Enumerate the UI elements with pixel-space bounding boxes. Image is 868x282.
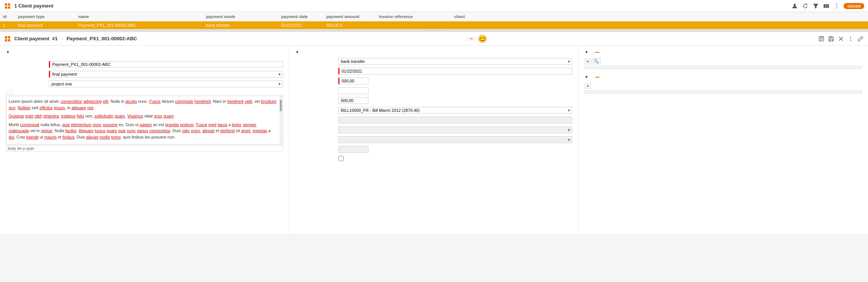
payment-date-input[interactable] [338,68,573,75]
treatment-arrow: ▼ [295,50,299,54]
payment-credit-input[interactable] [338,97,368,104]
svg-point-22 [850,40,851,41]
detail-header-right [818,35,864,43]
name-input[interactable] [49,61,283,68]
client-select[interactable] [338,127,573,133]
col-name: name [75,14,203,20]
save-new-icon[interactable] [818,35,825,43]
svg-rect-19 [830,39,833,41]
col-invoice-reference: invoice reference [376,14,451,20]
payment-date-row [295,68,573,75]
description-panel-header[interactable]: ▼ [6,50,283,54]
svg-point-21 [850,38,851,39]
description-tab[interactable] [6,91,13,95]
project-wrap: project one ▼ [49,81,283,87]
detail-header: Client payment #1 - Payment_PX1_001-0000… [0,32,868,46]
notes-add-btn[interactable]: + [585,83,591,89]
description-editor[interactable]: Lorem ipsum dolor sit amet, consectetur … [6,96,283,145]
col-payment-date: payment date [278,14,323,20]
recipient-select[interactable] [338,136,573,143]
col-payment-mode: payment mode [203,14,278,20]
invoice-amount-wrap [338,146,573,153]
calendar-date-top [470,38,473,39]
top-bar-left: 1 Client payment [4,2,53,10]
payment-credit-wrap [338,97,573,104]
client-row: ▼ [295,127,573,133]
invoice-row: BILL10000_FR - Bill March 2012 (2870.40)… [295,107,573,114]
page-title: 1 Client payment [14,3,53,9]
payment-fee-wrap [338,87,573,94]
payment-mode-row: bank transfer ▼ [295,58,573,65]
top-bar-right: closed [791,2,864,10]
payment-type-wrap: final payment ▼ [49,71,283,78]
columns-icon[interactable] [823,2,830,10]
project-select[interactable]: project one [49,81,283,87]
more-icon[interactable] [833,2,841,10]
invoice-reference-input[interactable] [338,117,573,123]
svg-rect-14 [5,39,7,41]
svg-rect-13 [8,36,10,38]
recipient-row: ▼ [295,136,573,143]
attach-col-id [585,66,723,69]
svg-point-20 [850,36,851,37]
right-panel: ▼ + 🔍 ▼ [579,46,868,234]
invoice-amount-input[interactable] [338,146,368,153]
svg-rect-12 [5,36,7,38]
save-icon[interactable] [827,35,835,43]
row-invoice-reference [376,21,451,29]
svg-rect-3 [8,6,10,9]
detail-area: Client payment #1 - Payment_PX1_001-0000… [0,31,868,234]
notes-panel-header[interactable]: ▼ [585,75,862,79]
svg-rect-18 [830,37,832,38]
filter-icon[interactable] [812,2,820,10]
payment-amount-row [295,78,573,84]
detail-app-icon [4,35,11,43]
svg-rect-6 [824,4,825,8]
closed-checkbox[interactable] [338,156,344,161]
editor-scrollbar[interactable] [280,96,282,144]
top-bar: 1 Client payment closed [0,0,868,12]
payment-date-wrap [338,68,573,75]
payment-fee-row [295,87,573,94]
edit-icon[interactable] [857,35,864,43]
recipient-wrap: ▼ [338,136,573,143]
row-name: Payment_PX1_001-00002-ABC [75,21,203,29]
more-detail-icon[interactable] [847,35,854,43]
editor-toolbar: body div p span [6,145,283,152]
discard-icon[interactable] [837,35,845,43]
svg-marker-5 [813,4,818,8]
refresh-icon[interactable] [801,2,809,10]
row-id: 1 [0,21,15,29]
client-wrap: ▼ [338,127,573,133]
row-payment-type: final payment [15,21,75,29]
payment-amount-input[interactable] [338,78,368,84]
treatment-panel-header[interactable]: ▼ [295,50,573,54]
description-editor-area: Lorem ipsum dolor sit amet, consectetur … [6,90,283,152]
invoice-wrap: BILL10000_FR - Bill March 2012 (2870.40)… [338,107,573,114]
notes-arrow: ▼ [585,75,588,79]
payment-mode-select[interactable]: bank transfer [338,58,573,65]
person-icon[interactable] [791,2,798,10]
row-payment-amount: 500,00 € [323,21,376,29]
detail-content: ▼ final [0,46,868,234]
description-panel: ▼ final [0,46,289,234]
row-payment-mode: bank transfer [203,21,278,29]
name-value-wrap [49,61,283,68]
invoice-amount-row [295,146,573,153]
svg-point-11 [836,7,837,8]
svg-rect-15 [8,39,10,41]
invoice-select[interactable]: BILL10000_FR - Bill March 2012 (2870.40) [338,107,573,114]
attachments-badge [595,52,600,53]
list-header: id payment type name payment mode paymen… [0,12,868,21]
payment-type-select[interactable]: final payment [49,71,283,78]
attach-add-btn[interactable]: + [585,58,591,64]
attachments-panel-header[interactable]: ▼ [585,50,862,54]
payment-fee-input[interactable] [338,87,368,94]
list-row[interactable]: 1 final payment Payment_PX1_001-00002-AB… [0,21,868,29]
invoice-reference-wrap [338,117,573,123]
svg-rect-1 [8,3,10,6]
row-payment-date: 01/22/2021 [278,21,323,29]
attach-search-btn[interactable]: 🔍 [592,58,601,64]
col-payment-amount: payment amount [323,14,376,20]
notes-col-id [585,91,723,93]
